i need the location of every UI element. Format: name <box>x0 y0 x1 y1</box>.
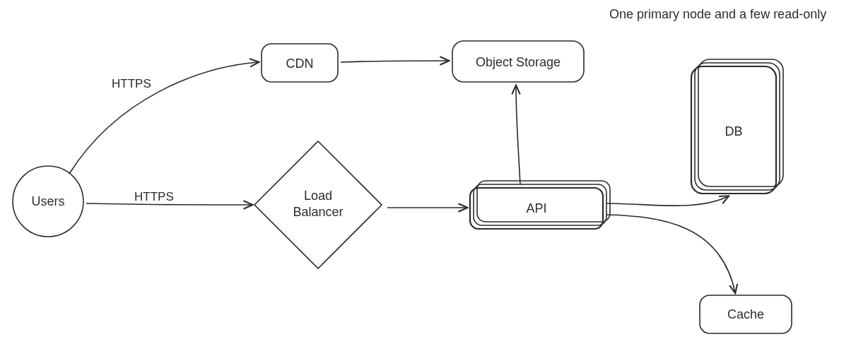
annotation-db: One primary node and a few read-only <box>609 7 826 21</box>
arrow-icon <box>341 61 448 62</box>
node-db-label: DB <box>725 124 742 138</box>
node-cdn-label: CDN <box>286 57 314 71</box>
node-object-storage-label: Object Storage <box>476 55 561 69</box>
edge-users-cdn-label: HTTPS <box>112 77 151 90</box>
arrow-icon <box>69 62 258 174</box>
arrow-icon <box>516 86 520 185</box>
edge-api-objectstorage <box>516 86 520 185</box>
edge-users-lb: HTTPS <box>86 190 252 205</box>
arrow-icon <box>606 215 735 292</box>
node-users-label: Users <box>31 194 64 208</box>
node-api: API <box>470 181 610 229</box>
node-object-storage: Object Storage <box>452 41 584 82</box>
edge-api-cache <box>606 215 735 292</box>
node-load-balancer-label-1: Load <box>304 189 332 203</box>
node-users: Users <box>13 166 83 237</box>
edge-users-lb-label: HTTPS <box>134 190 174 203</box>
node-load-balancer: Load Balancer <box>254 141 382 268</box>
edge-cdn-objectstorage <box>341 61 448 62</box>
node-api-label: API <box>526 201 546 215</box>
node-cache-label: Cache <box>727 307 764 321</box>
node-cdn: CDN <box>262 44 338 82</box>
node-load-balancer-label-2: Balancer <box>293 205 343 219</box>
svg-rect-6 <box>698 59 783 186</box>
edge-api-db <box>606 196 728 206</box>
arrow-icon <box>606 196 728 206</box>
node-db: DB <box>691 59 783 194</box>
edge-users-cdn: HTTPS <box>69 62 258 174</box>
arrow-icon <box>86 203 252 205</box>
node-cache: Cache <box>700 295 792 333</box>
